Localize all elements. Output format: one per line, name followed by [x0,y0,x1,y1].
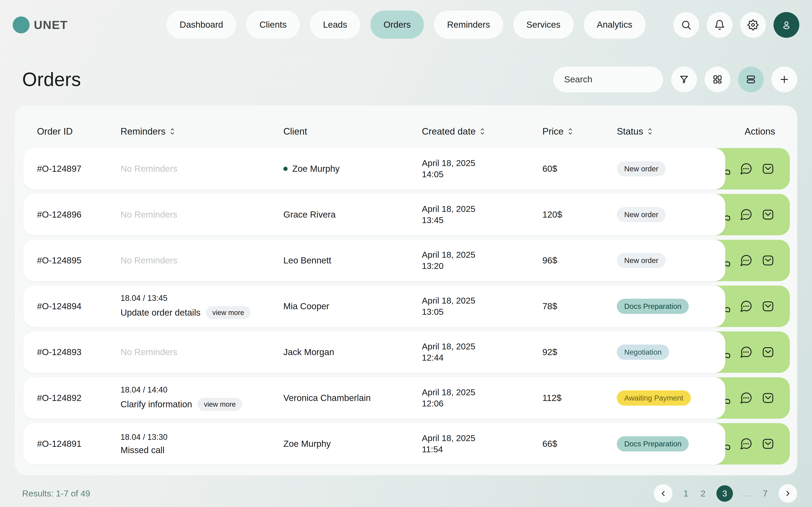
order-row-card[interactable]: #O-124897 No Reminders Zoe Murphy April … [23,148,725,189]
add-order-button[interactable] [771,66,797,92]
chat-button[interactable] [739,345,753,359]
page-button-2[interactable]: 2 [699,489,707,499]
view-more-button[interactable]: view more [206,306,250,319]
created-time: 13:20 [422,261,542,272]
created-date: April 18, 2025 [422,295,542,306]
column-label: Reminders [120,126,165,137]
email-button[interactable] [761,437,775,451]
table-search [553,66,663,92]
client-cell: Jack Morgan [283,347,422,357]
nav-tab-reminders[interactable]: Reminders [434,11,503,39]
email-button[interactable] [761,345,775,359]
created-date: April 18, 2025 [422,341,542,352]
table-row: #O-124893 No Reminders Jack Morgan April… [23,331,790,373]
list-view-button[interactable] [738,66,764,92]
price-cell: 60$ [542,164,617,174]
chat-icon [739,437,753,451]
status-badge: Docs Preparation [617,436,689,451]
page-button-3-active[interactable]: 3 [716,485,733,502]
client-cell: Veronica Chamberlain [283,393,422,403]
nav-tab-analytics[interactable]: Analytics [583,11,645,39]
chevron-left-icon [659,489,667,498]
prev-page-button[interactable] [654,484,672,503]
chat-button[interactable] [739,254,753,267]
view-more-button[interactable]: view more [198,398,242,411]
email-button[interactable] [761,299,775,313]
created-date: April 18, 2025 [422,433,542,444]
order-id: #O-124893 [37,347,120,357]
list-view-icon [745,74,756,85]
column-header-created-date[interactable]: Created date [422,126,542,137]
client-name: Veronica Chamberlain [283,393,371,403]
grid-view-button[interactable] [705,66,730,92]
profile-avatar[interactable] [773,12,799,38]
column-header-price[interactable]: Price [542,126,617,137]
created-date: April 18, 2025 [422,158,542,169]
nav-tab-leads[interactable]: Leads [310,11,360,39]
column-label: Created date [422,126,475,137]
nav-tab-orders[interactable]: Orders [370,11,424,39]
client-cell: Grace Rivera [283,210,422,220]
search-icon [681,19,692,31]
no-reminders-label: No Reminders [120,210,177,220]
nav-tab-services[interactable]: Services [513,11,573,39]
email-button[interactable] [761,254,775,267]
order-row-card[interactable]: #O-124891 18.04 / 13:30Missed call Zoe M… [23,423,725,464]
filter-button[interactable] [671,66,697,92]
reminder-cell: 18.04 / 13:30Missed call [120,433,283,455]
order-row-card[interactable]: #O-124894 18.04 / 13:45Update order deta… [23,286,725,327]
column-label: Status [617,126,643,137]
mail-icon [761,437,775,451]
column-header-status[interactable]: Status [617,126,722,137]
email-button[interactable] [761,208,775,221]
search-button[interactable] [673,12,699,38]
nav-tab-clients[interactable]: Clients [246,11,300,39]
reminder-text: Update order details [120,307,200,318]
chat-icon [739,391,753,405]
chat-button[interactable] [739,391,753,405]
gear-icon [748,19,759,31]
created-date-cell: April 18, 202514:05 [422,158,542,180]
page-button-7[interactable]: 7 [761,489,769,499]
nav-tab-dashboard[interactable]: Dashboard [167,11,236,39]
table-row: #O-124897 No Reminders Zoe Murphy April … [23,148,790,189]
order-row-card[interactable]: #O-124893 No Reminders Jack Morgan April… [23,331,725,373]
user-icon [781,19,792,31]
order-row-card[interactable]: #O-124895 No Reminders Leo Bennett April… [23,240,725,281]
reminder-datetime: 18.04 / 13:30 [120,433,283,442]
settings-button[interactable] [740,12,766,38]
table-header: Order IDRemindersClientCreated datePrice… [15,117,797,146]
column-label: Actions [745,126,775,137]
chat-button[interactable] [739,299,753,313]
column-header-reminders[interactable]: Reminders [120,126,283,137]
price-cell: 92$ [542,347,617,357]
chevron-right-icon [784,489,792,498]
sort-icon [647,127,653,136]
chat-button[interactable] [739,437,753,451]
chat-button[interactable] [739,162,753,176]
reminder-cell: No Reminders [120,210,283,220]
status-cell: Docs Preparation [617,436,725,451]
search-input[interactable] [564,74,679,85]
reminder-datetime: 18.04 / 14:40 [120,385,283,394]
notifications-button[interactable] [707,12,732,38]
chat-button[interactable] [739,208,753,221]
status-cell: Negotiation [617,345,725,360]
order-row-card[interactable]: #O-124892 18.04 / 14:40Clarify informati… [23,377,725,419]
mail-icon [761,345,775,359]
order-id: #O-124896 [37,210,120,220]
filter-icon [678,74,690,85]
email-button[interactable] [761,391,775,405]
chat-icon [739,299,753,313]
next-page-button[interactable] [778,484,797,503]
order-row-card[interactable]: #O-124896 No Reminders Grace Rivera Apri… [23,194,725,235]
mail-icon [761,162,775,176]
page-button-1[interactable]: 1 [682,489,690,499]
created-time: 13:05 [422,306,542,318]
reminder-cell: No Reminders [120,164,283,174]
created-time: 11:54 [422,444,542,455]
client-name: Zoe Murphy [292,164,340,174]
email-button[interactable] [761,162,775,176]
client-name: Jack Morgan [283,347,334,357]
created-time: 13:45 [422,215,542,226]
